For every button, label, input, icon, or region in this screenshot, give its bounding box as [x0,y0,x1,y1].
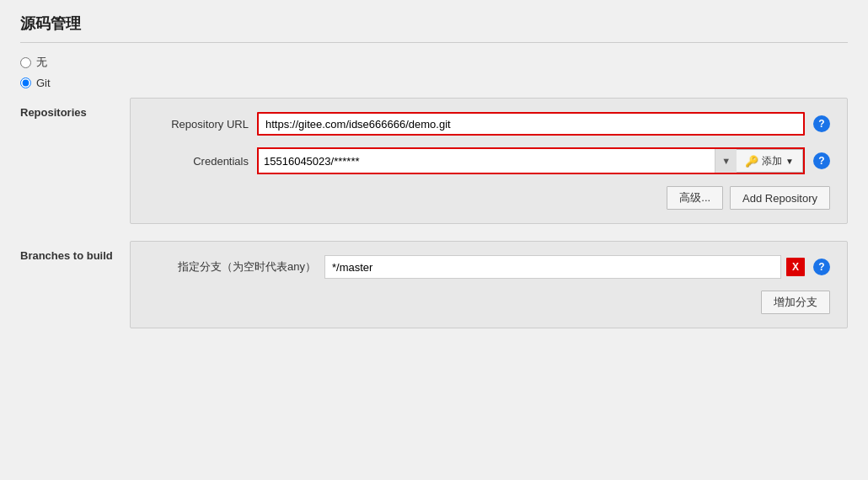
repositories-section: Repositories Repository URL ? Credential… [20,98,848,224]
branch-field-label: 指定分支（为空时代表any） [147,259,316,275]
branch-help-icon[interactable]: ? [813,259,830,275]
add-btn-dropdown-icon: ▼ [785,157,794,166]
credentials-label: Credentials [147,155,249,168]
page-title: 源码管理 [20,13,848,43]
url-field-row: Repository URL ? [147,112,830,136]
branch-input[interactable] [324,255,781,279]
url-help-icon[interactable]: ? [813,115,830,132]
radio-none-item: 无 [20,55,848,70]
add-repository-button[interactable]: Add Repository [730,186,830,210]
repositories-label: Repositories [20,98,130,119]
radio-none-label[interactable]: 无 [36,55,47,70]
remove-branch-button[interactable]: X [786,258,805,276]
branches-panel: 指定分支（为空时代表any） X ? 增加分支 [130,241,848,328]
branches-label: Branches to build [20,241,130,262]
branch-field-row: 指定分支（为空时代表any） X ? [147,255,830,279]
credentials-input[interactable] [259,149,715,173]
radio-none-input[interactable] [20,57,31,68]
repository-url-input[interactable] [257,112,805,136]
add-branch-button[interactable]: 增加分支 [761,291,830,314]
credentials-help-icon[interactable]: ? [813,152,830,169]
scm-radio-group: 无 Git [20,55,848,89]
branch-input-wrapper: X [324,255,805,279]
radio-git-input[interactable] [20,77,31,88]
add-credentials-label: 添加 [762,154,782,168]
add-credentials-button[interactable]: 🔑 添加 ▼ [737,149,803,173]
page-container: 源码管理 无 Git Repositories Repository URL ?… [0,0,868,480]
key-icon: 🔑 [745,155,758,168]
advanced-button[interactable]: 高级... [667,186,723,210]
credentials-wrapper: ▼ 🔑 添加 ▼ [257,147,805,174]
branches-section: Branches to build 指定分支（为空时代表any） X ? 增加分… [20,241,848,328]
credentials-dropdown-arrow[interactable]: ▼ [715,149,737,173]
repositories-panel: Repository URL ? Credentials ▼ 🔑 添加 ▼ ? [130,98,848,224]
url-label: Repository URL [147,118,249,131]
credentials-field-row: Credentials ▼ 🔑 添加 ▼ ? [147,147,830,174]
branches-panel-buttons: 增加分支 [147,291,830,314]
radio-git-item: Git [20,77,848,89]
radio-git-label[interactable]: Git [36,77,51,89]
repositories-panel-buttons: 高级... Add Repository [147,186,830,210]
